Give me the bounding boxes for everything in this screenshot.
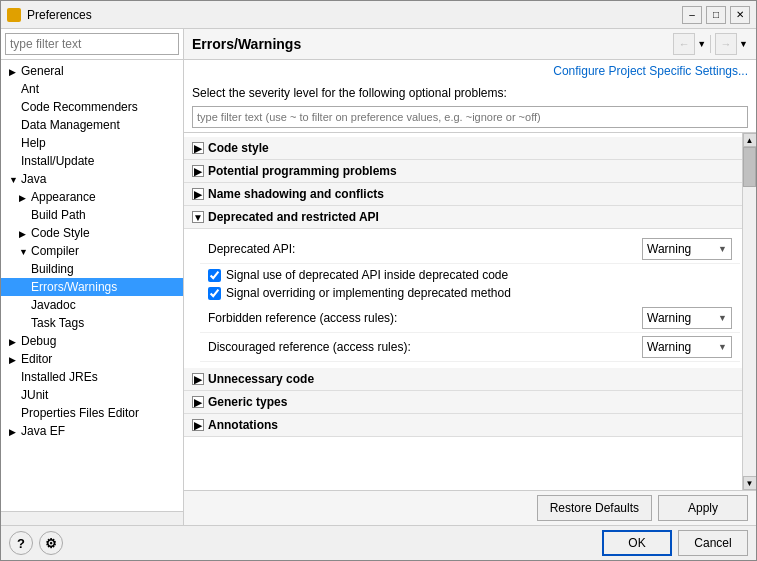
sidebar-item-help[interactable]: Help (1, 134, 183, 152)
main-content: ▶General Ant Code Recommenders Data Mana… (1, 29, 756, 525)
window-title: Preferences (27, 8, 682, 22)
back-dropdown[interactable]: ▼ (697, 39, 706, 49)
section-toggle-annotations: ▶ (192, 419, 204, 431)
sidebar-item-java-compiler[interactable]: ▼Compiler (1, 242, 183, 260)
deprecated-api-label: Deprecated API: (208, 242, 642, 256)
scroll-down-btn[interactable]: ▼ (743, 476, 757, 490)
section-potential-problems[interactable]: ▶ Potential programming problems (184, 160, 756, 183)
deprecated-api-row: Deprecated API: Warning ▼ (200, 235, 740, 264)
nav-buttons: ← ▼ → ▼ (673, 33, 748, 55)
section-unnecessary-code[interactable]: ▶ Unnecessary code (184, 368, 756, 391)
forbidden-dropdown[interactable]: Warning ▼ (642, 307, 732, 329)
deprecated-api-value: Warning (647, 242, 691, 256)
section-toggle-generic: ▶ (192, 396, 204, 408)
window-icon (7, 8, 21, 22)
sidebar-item-building[interactable]: Building (1, 260, 183, 278)
sidebar-item-debug[interactable]: ▶Debug (1, 332, 183, 350)
section-label-potential: Potential programming problems (208, 164, 397, 178)
dialog-footer: ? ⚙ OK Cancel (1, 525, 756, 560)
section-code-style[interactable]: ▶ Code style (184, 137, 756, 160)
apply-button[interactable]: Apply (658, 495, 748, 521)
scroll-up-btn[interactable]: ▲ (743, 133, 757, 147)
sidebar-item-java-build-path[interactable]: Build Path (1, 206, 183, 224)
checkbox-signal-deprecated: Signal use of deprecated API inside depr… (208, 266, 732, 284)
section-deprecated-api[interactable]: ▼ Deprecated and restricted API (184, 206, 756, 229)
configure-link-area: Configure Project Specific Settings... (184, 60, 756, 82)
dropdown-arrow-2: ▼ (718, 313, 727, 323)
sidebar-item-installed-jres[interactable]: Installed JREs (1, 368, 183, 386)
help-button[interactable]: ? (9, 531, 33, 555)
sidebar-item-junit[interactable]: JUnit (1, 386, 183, 404)
deprecated-api-dropdown[interactable]: Warning ▼ (642, 238, 732, 260)
dropdown-arrow-1: ▼ (718, 244, 727, 254)
deprecated-section-body: Deprecated API: Warning ▼ Signal use of … (184, 229, 756, 368)
sidebar-item-java[interactable]: ▼Java (1, 170, 183, 188)
sidebar-h-scroll[interactable] (1, 512, 183, 525)
forward-dropdown[interactable]: ▼ (739, 39, 748, 49)
bottom-toolbar: Restore Defaults Apply (184, 490, 756, 525)
forbidden-value: Warning (647, 311, 691, 325)
cancel-button[interactable]: Cancel (678, 530, 748, 556)
section-toggle-potential: ▶ (192, 165, 204, 177)
ok-button[interactable]: OK (602, 530, 672, 556)
forbidden-label: Forbidden reference (access rules): (208, 311, 642, 325)
scroll-track[interactable] (743, 147, 756, 476)
section-annotations[interactable]: ▶ Annotations (184, 414, 756, 437)
sidebar-item-general[interactable]: ▶General (1, 62, 183, 80)
sidebar-item-errors-warnings[interactable]: Errors/Warnings (1, 278, 183, 296)
section-toggle-unnecessary: ▶ (192, 373, 204, 385)
preferences-window: Preferences – □ ✕ ▶General Ant Code Reco… (0, 0, 757, 561)
sidebar-item-java-ff[interactable]: ▶Java EF (1, 422, 183, 440)
section-generic-types[interactable]: ▶ Generic types (184, 391, 756, 414)
sidebar-item-java-appearance[interactable]: ▶Appearance (1, 188, 183, 206)
severity-description: Select the severity level for the follow… (184, 82, 756, 104)
checkbox-deprecated-input[interactable] (208, 269, 221, 282)
section-label-generic: Generic types (208, 395, 287, 409)
section-label-unnecessary: Unnecessary code (208, 372, 314, 386)
section-toggle-code-style: ▶ (192, 142, 204, 154)
discouraged-dropdown[interactable]: Warning ▼ (642, 336, 732, 358)
sidebar-item-code-recommenders[interactable]: Code Recommenders (1, 98, 183, 116)
checkbox-deprecated-label: Signal use of deprecated API inside depr… (226, 268, 508, 282)
checkbox-signal-override: Signal overriding or implementing deprec… (208, 284, 732, 302)
title-bar: Preferences – □ ✕ (1, 1, 756, 29)
panel-title: Errors/Warnings (192, 36, 301, 52)
sidebar-bottom-bar (1, 511, 183, 525)
minimize-button[interactable]: – (682, 6, 702, 24)
restore-defaults-button[interactable]: Restore Defaults (537, 495, 652, 521)
section-label-annotations: Annotations (208, 418, 278, 432)
sidebar-item-properties-files-editor[interactable]: Properties Files Editor (1, 404, 183, 422)
settings-button[interactable]: ⚙ (39, 531, 63, 555)
checkbox-override-label: Signal overriding or implementing deprec… (226, 286, 511, 300)
sidebar-item-task-tags[interactable]: Task Tags (1, 314, 183, 332)
sidebar: ▶General Ant Code Recommenders Data Mana… (1, 29, 184, 525)
sidebar-item-install-update[interactable]: Install/Update (1, 152, 183, 170)
settings-content: ▶ Code style ▶ Potential programming pro… (184, 132, 756, 490)
dropdown-arrow-3: ▼ (718, 342, 727, 352)
sidebar-search-area (1, 29, 183, 60)
footer-left: ? ⚙ (9, 531, 596, 555)
forward-button[interactable]: → (715, 33, 737, 55)
sidebar-item-ant[interactable]: Ant (1, 80, 183, 98)
back-button[interactable]: ← (673, 33, 695, 55)
sidebar-filter-input[interactable] (5, 33, 179, 55)
filter-input-row (184, 104, 756, 132)
close-button[interactable]: ✕ (730, 6, 750, 24)
section-name-shadowing[interactable]: ▶ Name shadowing and conflicts (184, 183, 756, 206)
right-panel: Errors/Warnings ← ▼ → ▼ Configure Projec… (184, 29, 756, 525)
filter-input[interactable] (192, 106, 748, 128)
sidebar-item-javadoc[interactable]: Javadoc (1, 296, 183, 314)
forbidden-reference-row: Forbidden reference (access rules): Warn… (200, 304, 740, 333)
vertical-scrollbar[interactable]: ▲ ▼ (742, 133, 756, 490)
sidebar-item-data-management[interactable]: Data Management (1, 116, 183, 134)
discouraged-reference-row: Discouraged reference (access rules): Wa… (200, 333, 740, 362)
sidebar-item-java-code-style[interactable]: ▶Code Style (1, 224, 183, 242)
sidebar-item-editor[interactable]: ▶Editor (1, 350, 183, 368)
checkbox-override-input[interactable] (208, 287, 221, 300)
maximize-button[interactable]: □ (706, 6, 726, 24)
discouraged-value: Warning (647, 340, 691, 354)
title-bar-buttons: – □ ✕ (682, 6, 750, 24)
discouraged-label: Discouraged reference (access rules): (208, 340, 642, 354)
configure-project-link[interactable]: Configure Project Specific Settings... (553, 64, 748, 78)
panel-header: Errors/Warnings ← ▼ → ▼ (184, 29, 756, 60)
